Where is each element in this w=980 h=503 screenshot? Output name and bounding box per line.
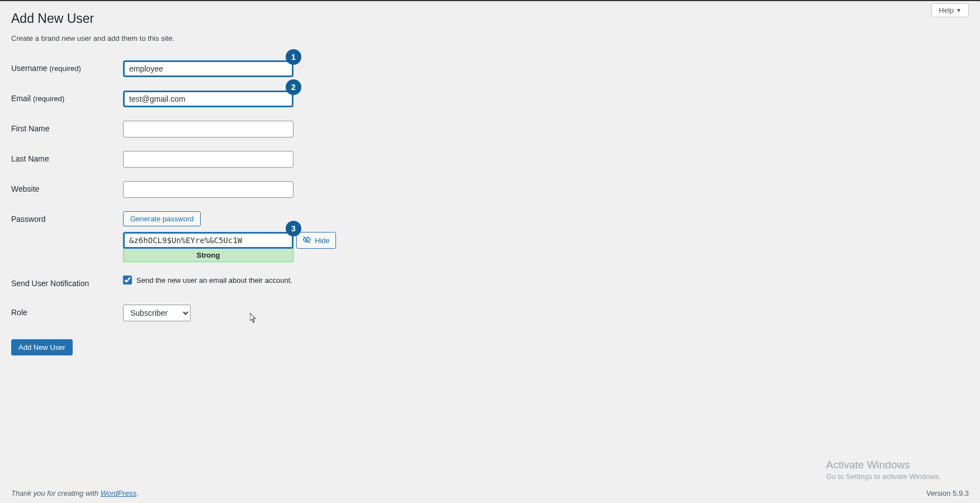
email-required: (required) — [33, 94, 64, 103]
email-input[interactable] — [123, 91, 293, 107]
chevron-down-icon: ▼ — [956, 7, 962, 13]
watermark-subtitle: Go to Settings to activate Windows. — [826, 472, 941, 481]
page-title: Add New User — [11, 11, 969, 26]
version-label: Version 5.9.3 — [926, 489, 969, 497]
username-label: Username — [11, 64, 48, 73]
page-description: Create a brand new user and add them to … — [11, 34, 969, 42]
content-wrap: Help ▼ Add New User Create a brand new u… — [0, 1, 980, 389]
firstname-label: First Name — [11, 124, 49, 133]
username-required: (required) — [49, 64, 81, 73]
email-label: Email — [11, 94, 31, 103]
user-form-table: Username (required) 1 Email (required) — [11, 54, 969, 328]
watermark-title: Activate Windows — [826, 459, 941, 471]
lastname-label: Last Name — [11, 154, 49, 163]
password-label: Password — [11, 215, 45, 224]
callout-badge-1: 1 — [286, 49, 301, 65]
password-strength: Strong — [123, 248, 293, 262]
eye-slash-icon — [302, 235, 311, 246]
role-select[interactable]: Subscriber — [123, 305, 191, 321]
footer-thanks: Thank you for creating with WordPress. — [11, 489, 139, 497]
add-new-user-button[interactable]: Add New User — [11, 339, 73, 355]
callout-badge-3: 3 — [286, 221, 301, 236]
help-tab[interactable]: Help ▼ — [931, 3, 969, 17]
notification-text: Send the new user an email about their a… — [136, 276, 292, 284]
role-label: Role — [11, 308, 27, 317]
windows-watermark: Activate Windows Go to Settings to activ… — [826, 459, 941, 481]
website-label: Website — [11, 184, 39, 193]
callout-badge-2: 2 — [286, 79, 301, 95]
notification-checkbox[interactable] — [123, 276, 132, 284]
wordpress-link[interactable]: WordPress — [101, 489, 136, 497]
help-label: Help — [939, 6, 954, 15]
password-row: 3 Hide — [123, 232, 963, 249]
lastname-input[interactable] — [123, 151, 293, 168]
footer: Thank you for creating with WordPress. V… — [11, 489, 969, 497]
notification-label: Send User Notification — [11, 279, 89, 288]
generate-password-button[interactable]: Generate password — [123, 211, 201, 226]
website-input[interactable] — [123, 181, 293, 198]
firstname-input[interactable] — [123, 121, 293, 137]
hide-label: Hide — [315, 236, 330, 245]
hide-password-button[interactable]: Hide — [296, 232, 336, 249]
username-input[interactable] — [123, 60, 293, 77]
password-input[interactable] — [123, 232, 293, 249]
